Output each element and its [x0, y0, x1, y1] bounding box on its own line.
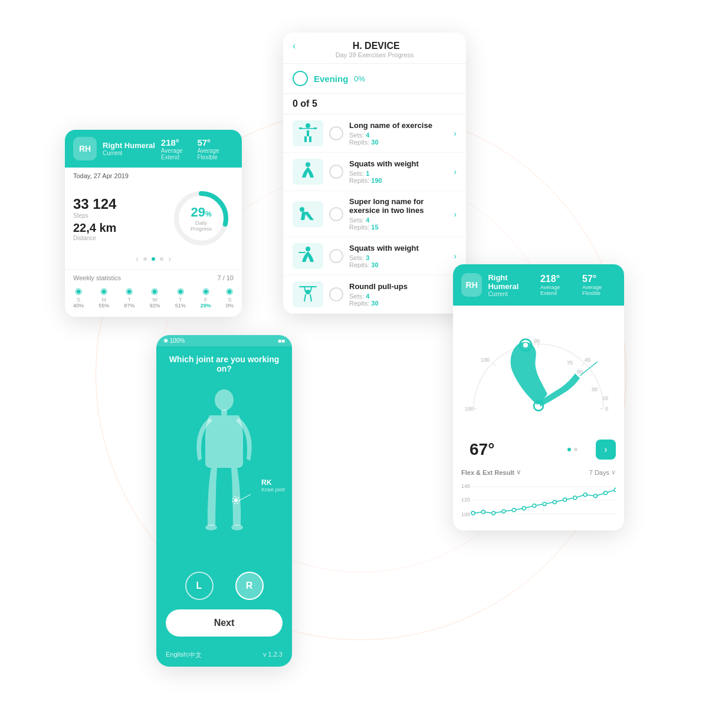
exercise-item[interactable]: Roundl pull-ups Sets: 4 Repits: 30 › — [283, 276, 466, 314]
progress-sub: Daily Progress — [186, 220, 216, 232]
progress-pct: % — [205, 210, 212, 218]
weekly-header: Weekly statistics 7 / 10 — [73, 274, 234, 281]
stats-steps-label: Steps — [73, 212, 169, 219]
svg-text:0: 0 — [605, 406, 608, 412]
svg-point-47 — [471, 511, 475, 515]
line-chart: 140 120 100 — [461, 481, 616, 522]
nav-dot-1 — [567, 448, 571, 451]
exercise-img — [293, 243, 323, 269]
exercise-item[interactable]: Squats with weight Sets: 1 Repits: 190 › — [283, 153, 466, 191]
svg-text:45: 45 — [585, 357, 590, 363]
weekly-count: 7 / 10 — [217, 274, 234, 281]
svg-point-37 — [523, 343, 528, 347]
nav-dot-1 — [143, 257, 147, 261]
left-btn[interactable]: L — [185, 572, 214, 600]
svg-line-28 — [582, 363, 585, 366]
gauge-metric2-label: Average Flexible — [582, 284, 616, 296]
svg-point-52 — [522, 506, 526, 510]
svg-point-9 — [306, 162, 310, 167]
session-label: Evening — [314, 74, 348, 84]
chart-label: Flex & Ext Result ∨ — [461, 468, 521, 476]
exercise-check[interactable] — [329, 126, 343, 140]
svg-point-50 — [502, 510, 506, 513]
chart-header: Flex & Ext Result ∨ 7 Days ∨ — [461, 468, 616, 476]
exercise-arrow[interactable]: › — [454, 209, 457, 219]
svg-line-24 — [493, 363, 495, 366]
metric2-label: Average Flexible — [197, 147, 234, 160]
exercise-item[interactable]: Super long name for exersice in two line… — [283, 191, 466, 237]
stats-card: RH Right Humeral Current 218° Average Ex… — [65, 130, 242, 317]
exercise-check[interactable] — [329, 165, 343, 179]
stats-header-info: Right Humeral Current — [103, 141, 155, 156]
joint-card: ✱ 100% ■■ Which joint are you working on… — [156, 335, 292, 667]
exercise-img — [293, 120, 323, 146]
nav-dot-3 — [160, 257, 163, 261]
svg-point-49 — [492, 511, 495, 515]
status-right: ■■ — [278, 337, 285, 344]
nav-dot-2 — [574, 448, 577, 451]
svg-point-5 — [306, 123, 310, 128]
svg-text:180: 180 — [465, 406, 474, 412]
next-arrow[interactable]: › — [168, 254, 171, 264]
svg-point-59 — [593, 494, 597, 498]
stats-left-col: 33 124 Steps 22,4 km Distance — [73, 196, 169, 241]
gauge-nav-dots — [549, 448, 596, 451]
svg-text:90: 90 — [534, 338, 540, 344]
body-silhouette — [189, 387, 260, 558]
stats-day-F: ◉ F 29% — [201, 286, 211, 309]
exercise-check[interactable] — [329, 249, 343, 263]
exercise-list: Long name of exercise Sets: 4 Repits: 30… — [283, 114, 466, 314]
metric1-label: Average Extend — [161, 147, 198, 160]
exercise-info: Roundl pull-ups Sets: 4 Repits: 30 — [349, 282, 448, 307]
gauge-chart-section: Flex & Ext Result ∨ 7 Days ∨ 140 120 100 — [453, 468, 624, 530]
stats-date: Today, 27 Apr 2019 — [73, 172, 234, 179]
weekly-days: ◉ S 40% ◉ M 55% ◉ T 87% ◉ W 92% ◉ T 51% … — [73, 286, 234, 309]
svg-point-56 — [563, 498, 567, 501]
exercise-sets: Sets: 4 Repits: 30 — [349, 132, 448, 146]
joint-body: RK Knee joint — [156, 378, 292, 567]
exercise-name: Long name of exercise — [349, 121, 448, 130]
right-btn[interactable]: R — [235, 572, 264, 600]
exercise-name: Squats with weight — [349, 159, 448, 168]
exercise-check[interactable] — [329, 207, 343, 221]
metric2-val: 57° — [197, 137, 234, 147]
svg-text:15: 15 — [602, 395, 608, 401]
prev-arrow[interactable]: ‹ — [136, 254, 139, 264]
chart-svg: 140 120 100 — [461, 481, 616, 522]
gauge-badge: RH — [461, 273, 482, 297]
rk-label: RK — [261, 478, 285, 487]
svg-text:30: 30 — [592, 386, 598, 392]
exercise-check[interactable] — [329, 287, 343, 301]
gauge-next-button[interactable]: › — [596, 440, 616, 460]
session-pct: 0% — [354, 74, 365, 83]
svg-point-60 — [604, 491, 608, 494]
exercise-info: Long name of exercise Sets: 4 Repits: 30 — [349, 121, 448, 146]
exercise-name: Super long name for exersice in two line… — [349, 197, 448, 215]
exercise-card: ‹ H. DEVICE Day 39 Exercises Progress Ev… — [283, 32, 466, 314]
exercise-arrow[interactable]: › — [454, 129, 457, 138]
stats-day-T: ◉ T 51% — [175, 286, 186, 309]
stats-day-W: ◉ W 92% — [149, 286, 160, 309]
gauge-metric1: 218° Average Extend — [540, 271, 574, 299]
exercise-item[interactable]: Squats with weight Sets: 3 Repits: 30 › — [283, 237, 466, 276]
exercise-img — [293, 281, 323, 307]
stats-weekly: Weekly statistics 7 / 10 ◉ S 40% ◉ M 55%… — [65, 269, 242, 317]
session-circle — [293, 71, 308, 86]
stats-title: Right Humeral — [103, 141, 155, 150]
status-bar: ✱ 100% ■■ — [156, 335, 292, 346]
exercise-header: ‹ H. DEVICE Day 39 Exercises Progress — [283, 32, 466, 64]
metric2: 57° Average Flexible — [197, 137, 234, 160]
metric1: 218° Average Extend — [161, 137, 198, 160]
svg-point-51 — [512, 509, 516, 512]
footer-lang1: English — [166, 651, 187, 660]
gauge-title: Right Humeral — [488, 273, 534, 291]
exercise-arrow[interactable]: › — [454, 167, 457, 176]
stats-day-S: ◉ S 0% — [226, 286, 234, 309]
exercise-arrow[interactable]: › — [454, 251, 457, 261]
back-button[interactable]: ‹ — [293, 41, 296, 51]
next-button[interactable]: Next — [166, 609, 283, 637]
svg-rect-6 — [307, 130, 309, 136]
svg-text:135: 135 — [481, 357, 490, 363]
exercise-title: H. DEVICE — [293, 41, 457, 51]
exercise-item[interactable]: Long name of exercise Sets: 4 Repits: 30… — [283, 114, 466, 153]
